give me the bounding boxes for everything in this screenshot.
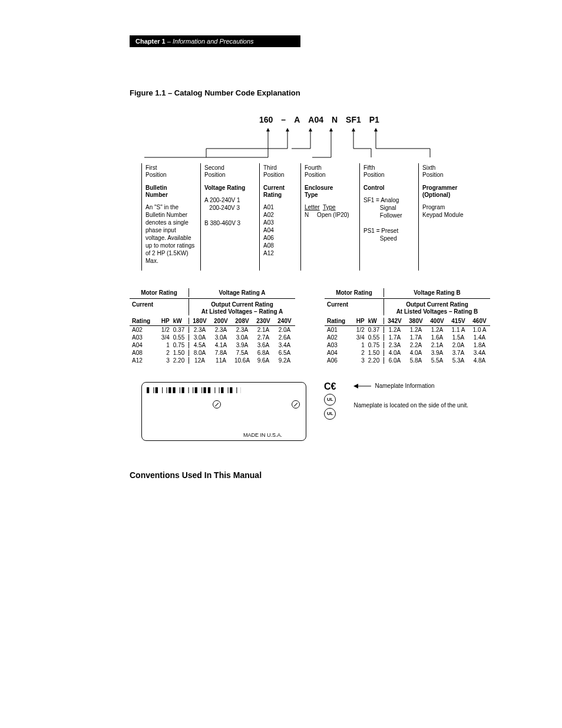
- pos1-label: FirstPosition: [146, 164, 197, 179]
- pos1-body: An "S" in the Bulletin Number denotes a …: [146, 203, 197, 265]
- voltage-col-header: 342V: [384, 318, 405, 324]
- nameplate-info-label: Nameplate Information: [375, 382, 434, 390]
- table-row: A0310.752.3A2.2A2.1A2.0A1.8A: [325, 341, 490, 349]
- position-5: FifthPosition Control SF1 = Analog Signa…: [359, 163, 418, 271]
- pos6-body: ProgramKeypad Module: [422, 203, 474, 219]
- nameplate-box: ▌│▌││▌▌│▌││▌│▌▌││▌│▌││▌▌│▌││▌│▌▌││▌ MADE…: [141, 382, 306, 441]
- pos2-label: SecondPosition: [204, 164, 256, 179]
- rating-table-b: Motor Rating Voltage Rating B Current Ou…: [325, 288, 490, 364]
- table-row: A033/40.553.0A3.0A3.0A2.7A2.6A: [130, 334, 295, 341]
- voltage-col-header: 460V: [469, 318, 490, 324]
- pos5-label: FifthPosition: [363, 164, 415, 179]
- table-row: A0421.504.0A4.0A3.9A3.7A3.4A: [325, 349, 490, 357]
- ul-mark-icon: UL: [324, 394, 336, 406]
- voltage-col-header: 200V: [210, 318, 232, 324]
- code-pos1: 160: [259, 115, 273, 124]
- voltage-col-header: 180V: [189, 318, 210, 324]
- pos4-label: FourthPosition: [305, 164, 356, 179]
- code-pos5: SF1: [346, 115, 361, 124]
- position-3: ThirdPosition CurrentRating A01A02A03A04…: [259, 163, 300, 271]
- table-row: A0632.206.0A5.8A5.5A5.3A4.8A: [325, 357, 490, 364]
- voltage-col-header: 380V: [405, 318, 427, 324]
- rb-motor-head: Motor Rating: [325, 288, 384, 297]
- pos3-heading: CurrentRating: [263, 185, 297, 199]
- pos3-label: ThirdPosition: [263, 164, 297, 179]
- pos2-body: A 200-240V 1 200-240V 3B 380-460V 3: [204, 196, 256, 227]
- conventions-heading: Conventions Used In This Manual: [130, 470, 491, 480]
- pos6-label: SixthPosition: [422, 164, 474, 179]
- voltage-col-header: 415V: [448, 318, 469, 324]
- ra-motor-head: Motor Rating: [130, 288, 189, 297]
- code-pos3: A04: [308, 115, 323, 124]
- code-pos2: A: [294, 115, 300, 124]
- position-1: FirstPosition BulletinNumber An "S" in t…: [141, 163, 200, 271]
- chapter-number: Chapter 1: [135, 38, 166, 45]
- code-pos6: P1: [369, 115, 379, 124]
- chapter-title: Information and Precautions: [173, 38, 254, 45]
- code-arrows: [141, 128, 480, 163]
- screw-icon: [213, 400, 221, 409]
- voltage-col-header: 230V: [253, 318, 274, 324]
- table-row: A021/20.372.3A2.3A2.3A2.1A2.0A: [130, 326, 295, 334]
- ce-mark-icon: C€: [324, 382, 336, 391]
- cul-mark-icon: UL: [324, 408, 336, 420]
- table-row: A023/40.551.7A1.7A1.6A1.5A1.4A: [325, 334, 490, 341]
- table-row: A0410.754.5A4.1A3.9A3.6A3.4A: [130, 341, 295, 349]
- nameplate-info-body: Nameplate is located on the side of the …: [353, 401, 468, 409]
- table-row: A1232.2012A11A10.6A9.6A9.2A: [130, 357, 295, 364]
- chapter-header: Chapter 1 – Information and Precautions: [130, 35, 300, 47]
- pos4-body: Letter Type N Open (IP20): [305, 203, 356, 219]
- pos5-heading: Control: [363, 185, 415, 192]
- made-in-label: MADE IN U.S.A.: [243, 432, 282, 438]
- code-dash: –: [281, 115, 286, 124]
- position-2: SecondPosition Voltage Rating A 200-240V…: [200, 163, 259, 271]
- nameplate-info: Nameplate Information Nameplate is locat…: [353, 382, 468, 409]
- rating-table-a: Motor Rating Voltage Rating A Current Ou…: [130, 288, 295, 364]
- pos1-heading: BulletinNumber: [146, 185, 197, 199]
- voltage-col-header: 400V: [427, 318, 448, 324]
- pos2-heading: Voltage Rating: [204, 185, 256, 192]
- ra-volt-head: Voltage Rating A: [189, 288, 295, 297]
- pos5-body: SF1 = Analog Signal Follower PS1 = Prese…: [363, 196, 415, 242]
- position-columns: FirstPosition BulletinNumber An "S" in t…: [141, 163, 491, 271]
- catalog-code: 160 – A A04 N SF1 P1: [259, 115, 491, 124]
- voltage-col-header: 240V: [274, 318, 295, 324]
- voltage-col-header: 208V: [232, 318, 253, 324]
- rating-tables: Motor Rating Voltage Rating A Current Ou…: [130, 288, 491, 364]
- figure-title: Figure 1.1 – Catalog Number Code Explana…: [130, 88, 491, 97]
- table-row: A0821.508.0A7.8A7.5A6.8A6.5A: [130, 349, 295, 357]
- position-6: SixthPosition Programmer(Optional) Progr…: [418, 163, 477, 271]
- certification-marks: C€ UL UL: [324, 382, 336, 420]
- code-pos4: N: [332, 115, 338, 124]
- rb-volt-head: Voltage Rating B: [384, 288, 490, 297]
- nameplate-section: ▌│▌││▌▌│▌││▌│▌▌││▌│▌││▌▌│▌││▌│▌▌││▌ MADE…: [141, 382, 491, 441]
- table-row: A011/20.371.2A1.2A1.2A1.1 A1.0 A: [325, 326, 490, 334]
- pos6-heading: Programmer(Optional): [422, 185, 474, 199]
- pos3-body: A01A02A03A04A06A08A12: [263, 203, 297, 257]
- screw-icon: [292, 400, 300, 409]
- pos4-heading: EnclosureType: [305, 185, 356, 199]
- arrow-left-icon: [353, 383, 371, 389]
- barcode-icon: ▌│▌││▌▌│▌││▌│▌▌││▌│▌││▌▌│▌││▌│▌▌││▌: [147, 387, 241, 393]
- position-4: FourthPosition EnclosureType Letter Type…: [300, 163, 359, 271]
